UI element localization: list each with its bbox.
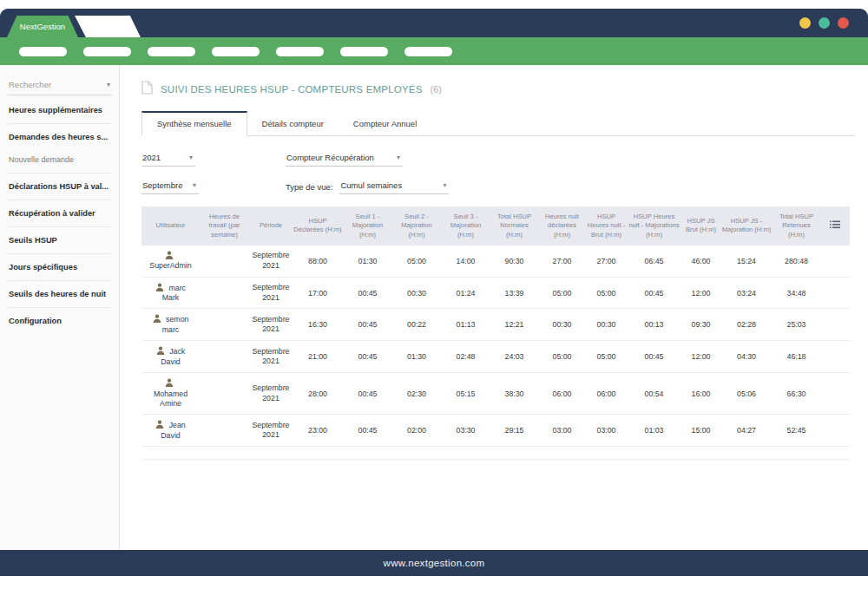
year-select[interactable]: 2021 ▾ bbox=[141, 151, 195, 167]
sidebar-item[interactable]: Nouvelle demande bbox=[8, 148, 112, 171]
nav-pill[interactable] bbox=[404, 47, 452, 56]
user-cell[interactable]: semonmarc bbox=[141, 309, 200, 341]
traffic-light-1[interactable] bbox=[819, 17, 830, 29]
sidebar-item[interactable]: Configuration bbox=[8, 310, 112, 332]
column-header[interactable]: Seuil 1 - Majoration (H:m) bbox=[343, 206, 392, 245]
sidebar-item[interactable]: Heures supplémentaires bbox=[8, 99, 112, 121]
value-cell: 24:03 bbox=[490, 341, 538, 373]
column-header[interactable]: Période bbox=[249, 206, 293, 245]
user-cell[interactable]: JeanDavid bbox=[141, 415, 200, 447]
list-icon bbox=[830, 220, 840, 229]
value-cell: 12:21 bbox=[490, 309, 538, 341]
sidebar-item[interactable]: Demandes des heures s... bbox=[8, 126, 112, 148]
row-actions-cell bbox=[820, 245, 850, 277]
sidebar-item[interactable]: Seuils HSUP bbox=[8, 229, 112, 252]
value-cell: 12:00 bbox=[681, 341, 720, 373]
tab-compteur-annuel[interactable]: Compteur Annuel bbox=[339, 111, 431, 135]
table-row: SuperAdminSeptembre 202188:0001:3005:001… bbox=[141, 245, 850, 277]
search-select[interactable]: Rechercher ▾ bbox=[8, 77, 112, 95]
footer-url: www.nextgestion.com bbox=[384, 558, 485, 568]
column-header[interactable]: HSUP Déclarées (H:m) bbox=[293, 206, 343, 245]
column-header[interactable]: Heures nuit déclarées (H:m) bbox=[538, 206, 586, 245]
window-controls bbox=[799, 17, 849, 29]
browser-tab[interactable] bbox=[75, 16, 141, 37]
nav-pill[interactable] bbox=[148, 47, 195, 56]
chevron-down-icon: ▾ bbox=[397, 154, 400, 161]
sidebar-item[interactable]: Jours spécifiques bbox=[8, 256, 112, 278]
column-header[interactable]: HSUP JS - Majoration (H:m) bbox=[720, 206, 773, 245]
chevron-down-icon: ▾ bbox=[107, 81, 110, 88]
filters: 2021 ▾ Compteur Récupération ▾ Septembre… bbox=[141, 151, 855, 194]
nav-pill[interactable] bbox=[212, 47, 260, 56]
value-cell: 27:00 bbox=[538, 245, 586, 277]
divider bbox=[8, 253, 112, 254]
value-cell: 02:30 bbox=[392, 373, 441, 415]
value-cell: 13:39 bbox=[490, 277, 538, 309]
column-header[interactable]: Heures de travail (par semaine) bbox=[200, 206, 249, 245]
user-icon bbox=[155, 420, 164, 429]
period-cell: Septembre 2021 bbox=[249, 373, 293, 415]
column-header[interactable]: HSUP Heures nuit - Brut (H:m) bbox=[586, 206, 627, 245]
nav-pill[interactable] bbox=[83, 47, 131, 56]
sidebar-item[interactable]: Seuils des heures de nuit bbox=[8, 283, 112, 305]
value-cell: 90:30 bbox=[490, 245, 538, 277]
value-cell: 38:30 bbox=[490, 373, 538, 415]
hours-per-week-cell bbox=[200, 245, 249, 277]
view-type-value: Cumul semaines bbox=[340, 180, 402, 190]
divider bbox=[8, 200, 112, 200]
value-cell: 00:45 bbox=[343, 277, 392, 309]
column-header[interactable]: HSUP Heures nuit - Majorations (H:m) bbox=[627, 206, 681, 245]
value-cell: 05:00 bbox=[392, 245, 441, 277]
value-cell: 66:30 bbox=[773, 373, 820, 415]
user-icon bbox=[165, 378, 174, 387]
sidebar-item[interactable]: Récupération à valider bbox=[8, 202, 112, 225]
table-row: marcMarkSeptembre 202117:0000:4500:3001:… bbox=[141, 277, 850, 309]
table-row: JackDavidSeptembre 202121:0000:4501:3002… bbox=[141, 341, 850, 373]
view-type-select[interactable]: Cumul semaines ▾ bbox=[339, 179, 449, 194]
nav-pill[interactable] bbox=[340, 47, 388, 56]
value-cell: 15:24 bbox=[720, 245, 773, 277]
period-cell: Septembre 2021 bbox=[249, 277, 293, 309]
tab-d-tails-compteur[interactable]: Détails compteur bbox=[247, 111, 339, 135]
value-cell: 06:00 bbox=[538, 373, 586, 415]
column-header[interactable]: Seuil 3 - Majoration (H:m) bbox=[441, 206, 490, 245]
column-list-icon[interactable] bbox=[820, 206, 850, 245]
divider bbox=[8, 307, 112, 308]
value-cell: 01:30 bbox=[343, 245, 392, 277]
brand-tab[interactable]: NextGestion bbox=[7, 16, 78, 37]
nav-pill[interactable] bbox=[19, 47, 67, 56]
view-type-label: Type de vue: bbox=[286, 182, 332, 192]
sidebar-menu: Heures supplémentairesDemandes des heure… bbox=[8, 99, 112, 332]
user-icon bbox=[155, 283, 164, 291]
traffic-light-2[interactable] bbox=[838, 17, 849, 29]
column-header[interactable]: Total HSUP Normales (H:m) bbox=[490, 206, 538, 245]
column-header[interactable]: Seuil 2 - Majoration (H:m) bbox=[392, 206, 441, 245]
user-cell[interactable]: marcMark bbox=[141, 277, 200, 309]
month-select[interactable]: Septembre ▾ bbox=[141, 179, 199, 194]
window-bottom-margin bbox=[0, 576, 868, 589]
value-cell: 27:00 bbox=[586, 245, 627, 277]
sidebar: Rechercher ▾ Heures supplémentairesDeman… bbox=[0, 65, 120, 550]
counter-type-select[interactable]: Compteur Récupération ▾ bbox=[286, 151, 403, 167]
hours-per-week-cell bbox=[200, 373, 249, 415]
traffic-light-0[interactable] bbox=[799, 17, 811, 29]
chevron-down-icon: ▾ bbox=[443, 181, 446, 189]
column-header[interactable]: Total HSUP Retenues (H:m) bbox=[773, 206, 820, 245]
divider bbox=[141, 459, 850, 460]
value-cell: 06:45 bbox=[627, 245, 681, 277]
user-cell[interactable]: MohamedAmine bbox=[141, 373, 200, 415]
value-cell: 03:00 bbox=[538, 415, 586, 447]
value-cell: 03:00 bbox=[586, 415, 627, 447]
column-header[interactable]: Utilisateur bbox=[141, 206, 200, 245]
table-header-row: UtilisateurHeures de travail (par semain… bbox=[141, 206, 850, 245]
user-cell[interactable]: SuperAdmin bbox=[141, 245, 200, 277]
tab-synth-se-mensuelle[interactable]: Synthèse mensuelle bbox=[141, 111, 247, 136]
window-titlebar: NextGestion bbox=[0, 9, 868, 37]
footer: www.nextgestion.com bbox=[0, 550, 868, 576]
table-row: semonmarcSeptembre 202116:3000:4500:2201… bbox=[141, 309, 850, 341]
value-cell: 00:30 bbox=[392, 277, 441, 309]
column-header[interactable]: HSUP JS Brut (H:m) bbox=[681, 206, 720, 245]
sidebar-item[interactable]: Déclarations HSUP à val... bbox=[8, 175, 112, 198]
user-cell[interactable]: JackDavid bbox=[141, 341, 200, 373]
nav-pill[interactable] bbox=[276, 47, 324, 56]
